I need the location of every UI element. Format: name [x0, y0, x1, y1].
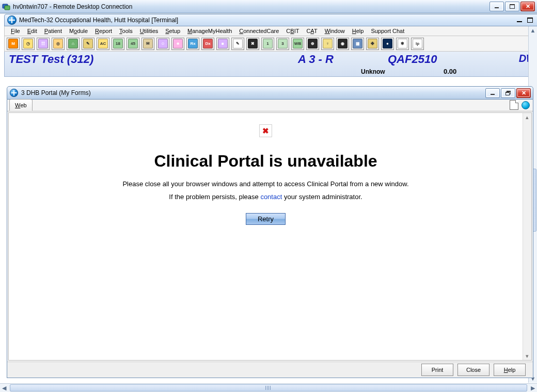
portal-minimize-button[interactable]	[485, 88, 500, 98]
toolbar-icon: ◉	[338, 39, 348, 48]
broken-image-icon: ✖	[259, 124, 272, 137]
menu-support-chat[interactable]: Support Chat	[368, 27, 407, 35]
portal-vscrollbar[interactable]: ▴ ▾	[523, 113, 531, 360]
toolbar-button-5[interactable]: ✎	[82, 38, 94, 50]
toolbar-button-7[interactable]: 18	[112, 38, 124, 50]
portal-titlebar: 3 DHB Portal (My Forms) ✕	[7, 86, 533, 100]
contact-link[interactable]: contact	[260, 193, 282, 201]
toolbar-icon: M	[8, 39, 18, 48]
menu-tools[interactable]: Tools	[116, 27, 136, 35]
toolbar-button-15[interactable]: ✎	[231, 38, 244, 50]
toolbar-button-24[interactable]: ✙	[366, 38, 379, 50]
retry-button[interactable]: Retry	[246, 213, 286, 225]
rdp-title: hv0ntwin707 - Remote Desktop Connection	[13, 3, 489, 10]
print-button[interactable]: Print	[421, 364, 453, 376]
portal-content: ✖ Clinical Portal is unavailable Please …	[9, 113, 523, 360]
toolbar-button-23[interactable]: ▦	[351, 38, 364, 50]
portal-button-row: Print Close Help	[7, 362, 533, 378]
toolbar-button-18[interactable]: 3	[276, 38, 289, 50]
toolbar-button-4[interactable]: ⌂	[67, 38, 80, 50]
medtech-titlebar: MedTech-32 Occupational Health, Hutt Hos…	[4, 14, 537, 26]
toolbar-button-26[interactable]: ✱	[396, 38, 409, 50]
toolbar-icon: 1	[263, 39, 273, 48]
banner-unknown: Unknow	[361, 68, 385, 75]
tab-web[interactable]: Web	[9, 99, 33, 111]
toolbar-button-27[interactable]: lp	[411, 38, 424, 50]
menu-utilities[interactable]: Utilities	[137, 27, 161, 35]
menu-report[interactable]: Report	[92, 27, 115, 35]
scroll-up-icon[interactable]: ▲	[529, 26, 537, 35]
portal-restore-button[interactable]	[501, 88, 515, 98]
toolbar-button-13[interactable]: Dx	[201, 38, 214, 50]
medtech-hscrollbar[interactable]: ◀ ▶	[0, 383, 537, 392]
portal-line1: Please close all your browser windows an…	[9, 180, 523, 188]
rdp-minimize-button[interactable]	[489, 2, 504, 11]
menu-file[interactable]: File	[8, 27, 23, 35]
toolbar-icon: WB	[293, 39, 303, 48]
toolbar-icon: ✎	[233, 39, 243, 48]
patient-name: TEST Test (312)	[9, 53, 93, 66]
portal-tabrow: Web	[7, 100, 533, 111]
toolbar-button-19[interactable]: WB	[291, 38, 304, 50]
portal-heading: Clinical Portal is unavailable	[9, 152, 523, 171]
portal-close-button[interactable]: ✕	[516, 88, 531, 98]
menu-connectedcare[interactable]: ConnectedCare	[236, 27, 282, 35]
document-icon[interactable]	[510, 100, 518, 110]
toolbar-icon: ●	[383, 39, 392, 48]
scroll-right-icon[interactable]: ▶	[529, 384, 537, 392]
menu-setup[interactable]: Setup	[162, 27, 183, 35]
toolbar-icon: ▦	[353, 39, 362, 48]
rdp-icon	[2, 3, 10, 11]
toolbar-button-11[interactable]: ♣	[171, 38, 184, 50]
banner-amount: 0.00	[444, 68, 456, 75]
toolbar-button-10[interactable]: ☺	[156, 38, 169, 50]
menu-edit[interactable]: Edit	[24, 27, 40, 35]
toolbar-icon: 3	[278, 39, 288, 48]
menu-cbit[interactable]: CBIT	[283, 27, 302, 35]
toolbar-button-0[interactable]: M	[7, 38, 20, 50]
toolbar-button-20[interactable]: ⊕	[306, 38, 319, 50]
toolbar-button-22[interactable]: ◉	[336, 38, 349, 50]
toolbar-button-14[interactable]: ■	[216, 38, 229, 50]
medtech-menubar: FileEditPatientModuleReportToolsUtilitie…	[4, 26, 537, 36]
menu-module[interactable]: Module	[66, 27, 91, 35]
toolbar-icon: ◷	[23, 39, 33, 48]
toolbar-icon: 18	[113, 39, 123, 48]
toolbar-icon: Dx	[203, 39, 213, 48]
toolbar-button-6[interactable]: AC	[97, 38, 109, 50]
toolbar-button-25[interactable]: ●	[381, 38, 394, 50]
menu-patient[interactable]: Patient	[41, 27, 65, 35]
toolbar-icon: ✖	[248, 39, 258, 48]
toolbar-button-21[interactable]: ♀	[321, 38, 334, 50]
toolbar-button-8[interactable]: 45	[127, 38, 139, 50]
toolbar-button-16[interactable]: ✖	[246, 38, 259, 50]
toolbar-icon: AC	[98, 39, 108, 48]
rdp-close-button[interactable]: ✕	[520, 2, 535, 11]
toolbar-button-12[interactable]: Rx	[186, 38, 199, 50]
scroll-up-icon[interactable]: ▴	[523, 113, 531, 121]
patient-location: A 3 - R	[298, 53, 334, 66]
menu-cat[interactable]: CAT	[303, 27, 320, 35]
menu-help[interactable]: Help	[349, 27, 367, 35]
toolbar-button-2[interactable]: ☷	[37, 38, 50, 50]
menu-window[interactable]: Window	[322, 27, 348, 35]
medtech-restore-button[interactable]	[525, 17, 534, 24]
toolbar-button-3[interactable]: ◎	[52, 38, 65, 50]
help-button[interactable]: Help	[494, 364, 526, 376]
toolbar-icon: ⌂	[68, 39, 78, 48]
rdp-maximize-button[interactable]	[505, 2, 519, 11]
medtech-minimize-button[interactable]	[515, 17, 524, 24]
scroll-down-icon[interactable]: ▾	[523, 352, 531, 360]
info-icon[interactable]	[522, 101, 530, 109]
toolbar-button-9[interactable]: ✉	[141, 38, 154, 50]
hscroll-thumb[interactable]	[10, 384, 527, 391]
toolbar-button-17[interactable]: 1	[261, 38, 274, 50]
toolbar-icon: ☷	[38, 39, 48, 48]
menu-managemyhealth[interactable]: ManageMyHealth	[184, 27, 235, 35]
close-button[interactable]: Close	[457, 364, 489, 376]
portal-line2: If the problem persists, please contact …	[9, 193, 523, 201]
portal-line2-suffix: your system administrator.	[282, 193, 362, 201]
scroll-left-icon[interactable]: ◀	[0, 384, 8, 392]
toolbar-icon: ✙	[368, 39, 377, 48]
toolbar-button-1[interactable]: ◷	[22, 38, 35, 50]
